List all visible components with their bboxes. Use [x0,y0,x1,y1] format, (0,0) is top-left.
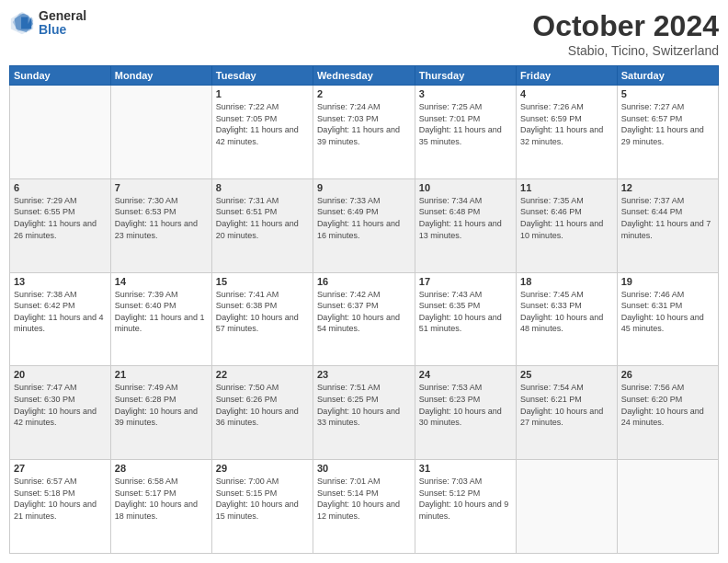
month-title: October 2024 [532,9,719,43]
day-number: 12 [621,182,714,193]
day-number: 21 [115,369,208,380]
table-row: 20Sunrise: 7:47 AM Sunset: 6:30 PM Dayli… [10,366,111,460]
table-row: 21Sunrise: 7:49 AM Sunset: 6:28 PM Dayli… [110,366,211,460]
table-row: 13Sunrise: 7:38 AM Sunset: 6:42 PM Dayli… [10,272,111,366]
day-info: Sunrise: 7:30 AM Sunset: 6:53 PM Dayligh… [115,195,208,241]
location: Stabio, Ticino, Switzerland [532,43,719,58]
logo-icon [9,10,35,36]
day-info: Sunrise: 7:03 AM Sunset: 5:12 PM Dayligh… [419,476,512,522]
logo-general-text: General [39,9,86,23]
table-row: 26Sunrise: 7:56 AM Sunset: 6:20 PM Dayli… [617,366,718,460]
table-row: 25Sunrise: 7:54 AM Sunset: 6:21 PM Dayli… [517,366,618,460]
header-saturday: Saturday [617,66,718,86]
day-info: Sunrise: 7:39 AM Sunset: 6:40 PM Dayligh… [115,289,208,335]
table-row: 16Sunrise: 7:42 AM Sunset: 6:37 PM Dayli… [313,272,415,366]
day-number: 20 [14,369,107,380]
header-thursday: Thursday [415,66,516,86]
day-number: 29 [216,463,309,474]
day-number: 10 [419,182,512,193]
logo: General Blue [9,9,86,38]
day-number: 11 [520,182,613,193]
page-header: General Blue October 2024 Stabio, Ticino… [9,9,719,58]
day-info: Sunrise: 7:43 AM Sunset: 6:35 PM Dayligh… [419,289,512,335]
day-info: Sunrise: 7:49 AM Sunset: 6:28 PM Dayligh… [115,382,208,428]
table-row: 23Sunrise: 7:51 AM Sunset: 6:25 PM Dayli… [313,366,415,460]
table-row: 17Sunrise: 7:43 AM Sunset: 6:35 PM Dayli… [415,272,516,366]
day-number: 4 [520,88,613,99]
day-info: Sunrise: 7:51 AM Sunset: 6:25 PM Dayligh… [317,382,411,428]
table-row: 3Sunrise: 7:25 AM Sunset: 7:01 PM Daylig… [415,86,516,179]
day-info: Sunrise: 7:46 AM Sunset: 6:31 PM Dayligh… [621,289,714,335]
table-row [617,460,718,554]
day-info: Sunrise: 7:38 AM Sunset: 6:42 PM Dayligh… [14,289,107,335]
day-info: Sunrise: 7:34 AM Sunset: 6:48 PM Dayligh… [419,195,512,241]
header-sunday: Sunday [10,66,111,86]
table-row: 30Sunrise: 7:01 AM Sunset: 5:14 PM Dayli… [313,460,415,554]
header-monday: Monday [110,66,211,86]
day-info: Sunrise: 6:57 AM Sunset: 5:18 PM Dayligh… [14,476,107,522]
day-number: 31 [419,463,512,474]
day-number: 26 [621,369,714,380]
day-info: Sunrise: 7:22 AM Sunset: 7:05 PM Dayligh… [216,101,309,147]
table-row: 27Sunrise: 6:57 AM Sunset: 5:18 PM Dayli… [10,460,111,554]
day-number: 1 [216,88,309,99]
day-number: 9 [317,182,411,193]
table-row [10,86,111,179]
day-number: 16 [317,276,411,287]
table-row: 5Sunrise: 7:27 AM Sunset: 6:57 PM Daylig… [617,86,718,179]
day-info: Sunrise: 7:53 AM Sunset: 6:23 PM Dayligh… [419,382,512,428]
calendar-week-row: 20Sunrise: 7:47 AM Sunset: 6:30 PM Dayli… [10,366,719,460]
day-number: 2 [317,88,411,99]
day-number: 6 [14,182,107,193]
table-row: 28Sunrise: 6:58 AM Sunset: 5:17 PM Dayli… [110,460,211,554]
logo-blue-text: Blue [39,23,86,37]
day-number: 23 [317,369,411,380]
day-info: Sunrise: 7:00 AM Sunset: 5:15 PM Dayligh… [216,476,309,522]
day-number: 25 [520,369,613,380]
table-row: 12Sunrise: 7:37 AM Sunset: 6:44 PM Dayli… [617,178,718,272]
calendar-week-row: 13Sunrise: 7:38 AM Sunset: 6:42 PM Dayli… [10,272,719,366]
weekday-header-row: Sunday Monday Tuesday Wednesday Thursday… [10,66,719,86]
day-number: 8 [216,182,309,193]
day-info: Sunrise: 7:45 AM Sunset: 6:33 PM Dayligh… [520,289,613,335]
table-row: 14Sunrise: 7:39 AM Sunset: 6:40 PM Dayli… [110,272,211,366]
table-row: 4Sunrise: 7:26 AM Sunset: 6:59 PM Daylig… [517,86,618,179]
table-row: 19Sunrise: 7:46 AM Sunset: 6:31 PM Dayli… [617,272,718,366]
header-friday: Friday [517,66,618,86]
day-number: 18 [520,276,613,287]
table-row: 2Sunrise: 7:24 AM Sunset: 7:03 PM Daylig… [313,86,415,179]
table-row: 22Sunrise: 7:50 AM Sunset: 6:26 PM Dayli… [211,366,313,460]
day-info: Sunrise: 7:01 AM Sunset: 5:14 PM Dayligh… [317,476,411,522]
day-info: Sunrise: 7:56 AM Sunset: 6:20 PM Dayligh… [621,382,714,428]
table-row: 31Sunrise: 7:03 AM Sunset: 5:12 PM Dayli… [415,460,516,554]
day-info: Sunrise: 7:41 AM Sunset: 6:38 PM Dayligh… [216,289,309,335]
header-wednesday: Wednesday [313,66,415,86]
table-row: 10Sunrise: 7:34 AM Sunset: 6:48 PM Dayli… [415,178,516,272]
day-info: Sunrise: 7:29 AM Sunset: 6:55 PM Dayligh… [14,195,107,241]
day-info: Sunrise: 7:42 AM Sunset: 6:37 PM Dayligh… [317,289,411,335]
calendar-week-row: 27Sunrise: 6:57 AM Sunset: 5:18 PM Dayli… [10,460,719,554]
day-number: 13 [14,276,107,287]
table-row [110,86,211,179]
day-number: 14 [115,276,208,287]
table-row: 29Sunrise: 7:00 AM Sunset: 5:15 PM Dayli… [211,460,313,554]
table-row: 24Sunrise: 7:53 AM Sunset: 6:23 PM Dayli… [415,366,516,460]
title-block: October 2024 Stabio, Ticino, Switzerland [532,9,719,58]
day-number: 30 [317,463,411,474]
day-number: 28 [115,463,208,474]
day-number: 5 [621,88,714,99]
day-info: Sunrise: 7:37 AM Sunset: 6:44 PM Dayligh… [621,195,714,241]
table-row: 15Sunrise: 7:41 AM Sunset: 6:38 PM Dayli… [211,272,313,366]
calendar-week-row: 6Sunrise: 7:29 AM Sunset: 6:55 PM Daylig… [10,178,719,272]
day-number: 15 [216,276,309,287]
day-info: Sunrise: 7:26 AM Sunset: 6:59 PM Dayligh… [520,101,613,147]
day-info: Sunrise: 7:31 AM Sunset: 6:51 PM Dayligh… [216,195,309,241]
table-row: 8Sunrise: 7:31 AM Sunset: 6:51 PM Daylig… [211,178,313,272]
day-number: 22 [216,369,309,380]
day-info: Sunrise: 7:24 AM Sunset: 7:03 PM Dayligh… [317,101,411,147]
table-row: 6Sunrise: 7:29 AM Sunset: 6:55 PM Daylig… [10,178,111,272]
day-number: 24 [419,369,512,380]
day-info: Sunrise: 7:33 AM Sunset: 6:49 PM Dayligh… [317,195,411,241]
day-info: Sunrise: 6:58 AM Sunset: 5:17 PM Dayligh… [115,476,208,522]
day-info: Sunrise: 7:54 AM Sunset: 6:21 PM Dayligh… [520,382,613,428]
